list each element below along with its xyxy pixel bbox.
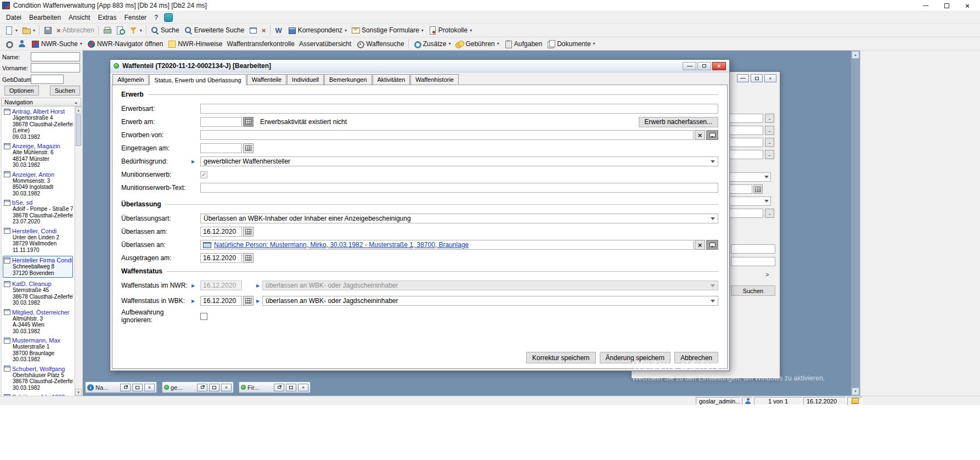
vorname-input[interactable] — [31, 63, 80, 72]
clear-search-button[interactable]: × — [260, 26, 268, 35]
collapse-arrow-icon[interactable]: ▲ — [74, 100, 78, 104]
remove-button[interactable]: - — [765, 209, 774, 218]
maximize-button[interactable] — [209, 384, 219, 391]
nwr-suche-button[interactable]: NWR-Suche▾ — [29, 38, 85, 49]
erwerbsart-input[interactable] — [200, 104, 718, 114]
korrespondenz-button[interactable]: Korrespondenz▾ — [285, 25, 349, 36]
dialog-tab[interactable]: Bemerkungen — [324, 74, 372, 85]
menu-extras[interactable]: Extras — [94, 12, 120, 23]
nav-item[interactable]: Anzeige, MagazinAlte Mühlenstr. 648147 M… — [4, 143, 73, 169]
filter-button[interactable]: ▾ — [127, 25, 144, 36]
asservatuebersicht-button[interactable]: Asservatübersicht — [297, 39, 353, 49]
close-button[interactable]: × — [144, 384, 155, 391]
clear-button[interactable]: × — [695, 240, 705, 250]
minimize-button[interactable] — [683, 62, 696, 70]
nav-item[interactable]: Schubert, WolfgangObertshäuser Platz 538… — [4, 366, 73, 391]
background-suchen-button[interactable]: Suchen — [731, 285, 775, 296]
aufbewahrung-checkbox[interactable] — [200, 313, 207, 320]
gebdatum-input[interactable] — [31, 75, 64, 84]
nwr-navigator-button[interactable]: NWR-Navigator öffnen — [85, 38, 166, 49]
close-button[interactable]: × — [957, 0, 978, 12]
comment-button[interactable] — [706, 240, 718, 250]
nav-item[interactable]: Hersteller, CondiUnter den Linden 238729… — [4, 228, 73, 254]
scroll-down-icon[interactable]: ▼ — [852, 388, 859, 395]
maximize-button[interactable] — [697, 62, 711, 70]
sonstige-formulare-button[interactable]: Sonstige Formulare▾ — [349, 25, 426, 36]
nav-item-name[interactable]: Anzeige, Magazin — [12, 143, 60, 149]
nav-item[interactable]: Anzeiger, AntonMommsenstr. 385049 Ingols… — [4, 171, 73, 197]
close-button[interactable]: × — [712, 62, 726, 70]
protokolle-button[interactable]: Protokolle▾ — [426, 25, 474, 36]
app-refresh-icon[interactable] — [164, 13, 173, 22]
menu-bearbeiten[interactable]: Bearbeiten — [25, 12, 65, 23]
dialog-tab[interactable]: Individuell — [287, 74, 324, 85]
calendar-button[interactable] — [243, 227, 254, 237]
scroll-down-icon[interactable]: ▼ — [75, 389, 82, 396]
minimize-button[interactable] — [915, 0, 936, 12]
ueberlassungsart-combo[interactable]: Überlassen an WBK-Inhaber oder Inhaber e… — [200, 214, 718, 223]
remove-button[interactable]: - — [765, 138, 774, 147]
eingetragen-am-input[interactable] — [200, 143, 242, 153]
navigation-header[interactable]: Navigation ▲ — [1, 98, 81, 106]
calendar-button[interactable] — [753, 184, 763, 194]
erwerb-am-input[interactable] — [200, 117, 242, 127]
maximize-button[interactable] — [132, 384, 143, 391]
minimize-button[interactable] — [737, 74, 749, 82]
nav-item[interactable]: Mustermann, MaxMusterstraße 138700 Braun… — [4, 337, 73, 363]
new-button[interactable]: ▾ — [2, 25, 20, 36]
calendar-button[interactable] — [243, 296, 254, 306]
ueberlassen-an-field[interactable]: Natürliche Person: Mustermann, Mirko, 30… — [200, 240, 694, 250]
optionen-button[interactable]: Optionen — [4, 86, 39, 96]
open-button[interactable]: ▾ — [20, 25, 37, 36]
person-button[interactable] — [15, 38, 29, 49]
advanced-search-button[interactable]: Erweiterte Suche — [182, 25, 246, 36]
munitionserwerb-text-input[interactable] — [200, 183, 718, 193]
nav-item[interactable]: Mitglied, ÖsterreicherAltmühlstr. 3A-344… — [4, 309, 73, 335]
close-button[interactable]: × — [298, 384, 308, 391]
erworben-von-input[interactable] — [200, 130, 694, 140]
nav-item-name[interactable]: Hersteller Firma Condition — [12, 257, 72, 263]
navigation-scrollbar[interactable]: ▲ ▼ — [75, 106, 82, 396]
restore-button[interactable] — [274, 384, 284, 391]
nav-item-name[interactable]: KatD, Cleanup — [12, 281, 52, 287]
nav-item-name[interactable]: Mitglied, Österreicher — [12, 309, 70, 316]
background-input[interactable] — [731, 244, 775, 254]
nav-item[interactable]: KatD, CleanupSternstraße 4538678 Clausth… — [4, 281, 73, 306]
waffenstatus-wbk-date[interactable] — [200, 296, 242, 306]
remove-button[interactable]: - — [765, 150, 774, 159]
search-button[interactable]: Suche — [148, 25, 182, 36]
remove-button[interactable]: - — [765, 126, 774, 135]
nav-item[interactable]: Hersteller Firma ConditionSchneeballweg … — [3, 256, 73, 278]
maximize-button[interactable] — [936, 0, 957, 12]
ueberlassen-an-link[interactable]: Natürliche Person: Mustermann, Mirko, 30… — [214, 241, 469, 249]
nav-item-name[interactable]: Antrag, Albert Horst — [12, 108, 65, 115]
nav-item[interactable]: Antrag, Albert HorstJägertorstraße 43867… — [4, 108, 73, 140]
background-list[interactable] — [731, 257, 775, 266]
menu-ansicht[interactable]: Ansicht — [65, 12, 94, 23]
nav-item-name[interactable]: Mustermann, Max — [12, 337, 60, 344]
print-preview-button[interactable] — [114, 25, 127, 36]
restore-button[interactable] — [197, 384, 207, 391]
clear-button[interactable]: × — [695, 130, 705, 140]
zusaetze-button[interactable]: Zusätze▾ — [410, 38, 453, 49]
scroll-up-icon[interactable]: ▲ — [852, 51, 859, 59]
minimized-window[interactable]: ge... × — [162, 382, 234, 393]
waffentransferkontrolle-button[interactable]: Waffentransferkontrolle — [225, 39, 297, 49]
ueberlassen-am-input[interactable] — [200, 227, 242, 237]
restore-button[interactable] — [120, 384, 131, 391]
suchen-button[interactable]: Suchen — [50, 86, 80, 96]
erwerb-nacherfassen-button[interactable]: Erwerb nacherfassen... — [639, 117, 718, 127]
minimized-window[interactable]: Fir... × — [239, 382, 311, 393]
nav-item[interactable]: bSe, sdAdolf - Pompe - Straße 738678 Cla… — [4, 199, 73, 225]
scroll-up-icon[interactable]: ▲ — [75, 106, 82, 114]
dokumente-button[interactable]: Dokumente▾ — [544, 38, 597, 49]
close-button[interactable]: × — [764, 74, 776, 82]
gebuehren-button[interactable]: Gebühren▾ — [453, 38, 501, 49]
dialog-tab[interactable]: Status, Erwerb und Überlassung — [149, 74, 246, 85]
dialog-tab[interactable]: Allgemein — [112, 74, 149, 85]
waffenstatus-wbk-combo[interactable]: überlassen an WBK- oder Jagdscheininhabe… — [262, 296, 718, 306]
workspace-scrollbar[interactable]: ▲ ▼ — [851, 51, 860, 396]
aufgaben-button[interactable]: Aufgaben — [502, 38, 544, 49]
nwr-hinweise-button[interactable]: NWR-Hinweise — [165, 38, 224, 49]
calendar-button[interactable] — [243, 143, 254, 153]
